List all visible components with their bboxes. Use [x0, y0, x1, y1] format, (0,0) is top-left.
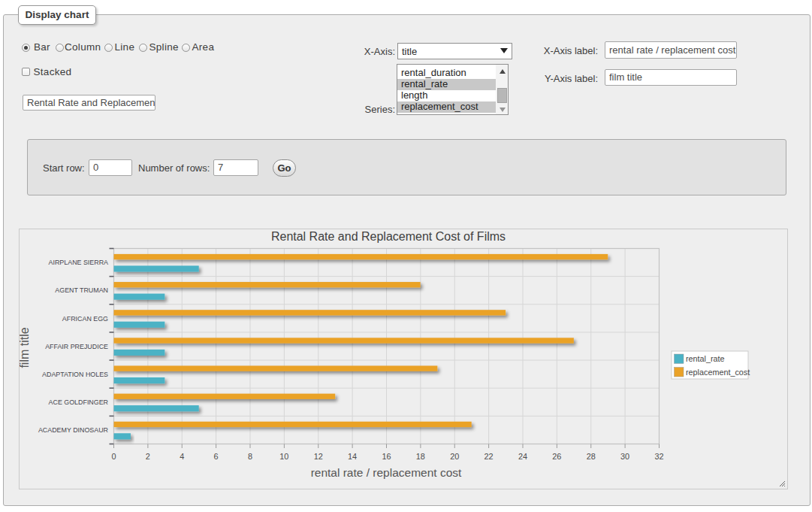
svg-text:20: 20	[450, 452, 459, 461]
svg-text:32: 32	[654, 452, 663, 461]
svg-text:26: 26	[552, 452, 561, 461]
svg-text:8: 8	[248, 452, 252, 461]
svg-text:Rental Rate and Replacement Co: Rental Rate and Replacement Cost of Film…	[271, 230, 506, 243]
svg-text:AIRPLANE SIERRA: AIRPLANE SIERRA	[49, 259, 108, 266]
svg-text:ACADEMY DINOSAUR: ACADEMY DINOSAUR	[38, 426, 108, 434]
svg-text:ACE GOLDFINGER: ACE GOLDFINGER	[49, 398, 108, 406]
svg-text:12: 12	[314, 452, 323, 461]
svg-text:14: 14	[348, 452, 357, 461]
svg-text:30: 30	[620, 452, 629, 461]
svg-text:6: 6	[214, 452, 219, 461]
svg-text:24: 24	[518, 452, 527, 461]
svg-text:16: 16	[382, 452, 391, 461]
svg-text:22: 22	[484, 452, 494, 461]
svg-text:18: 18	[416, 452, 425, 461]
svg-text:AFRICAN EGG: AFRICAN EGG	[62, 315, 108, 323]
svg-text:0: 0	[111, 452, 116, 461]
svg-text:2: 2	[146, 452, 150, 461]
svg-text:film title: film title	[20, 327, 31, 368]
svg-text:AFFAIR PREJUDICE: AFFAIR PREJUDICE	[45, 343, 108, 350]
svg-text:rental rate / replacement cost: rental rate / replacement cost	[311, 466, 462, 479]
svg-text:rental_rate: rental_rate	[686, 354, 725, 363]
svg-text:AGENT TRUMAN: AGENT TRUMAN	[55, 286, 108, 294]
svg-text:10: 10	[279, 452, 288, 461]
svg-text:replacement_cost: replacement_cost	[686, 368, 750, 377]
svg-text:ADAPTATION HOLES: ADAPTATION HOLES	[42, 371, 108, 378]
svg-text:28: 28	[587, 452, 596, 461]
svg-text:4: 4	[180, 452, 184, 461]
